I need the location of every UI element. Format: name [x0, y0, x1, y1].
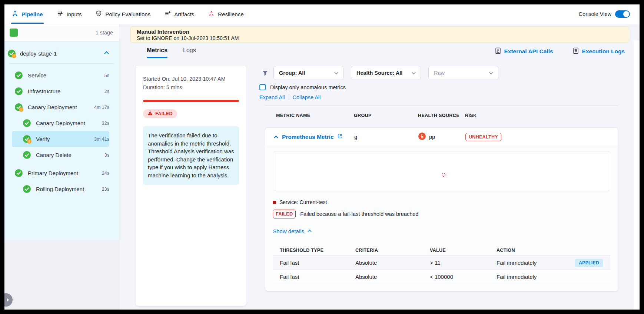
- chevron-down-icon: [489, 71, 494, 76]
- shield-check-icon: [96, 10, 102, 18]
- inputs-icon: [57, 10, 63, 18]
- table-row: Fail fast Absolute > 11 Fail immediately…: [273, 255, 610, 270]
- external-api-calls-link[interactable]: External API Calls: [495, 47, 553, 56]
- console-view-toggle[interactable]: [615, 10, 630, 18]
- chevron-down-icon: [334, 71, 339, 76]
- expand-collapse-row: Expand All Collapse All: [259, 94, 321, 100]
- raw-filter-dropdown[interactable]: Raw: [428, 66, 498, 80]
- sidebar-item-canary-deployment-step[interactable]: Canary Deployment 32s: [12, 115, 109, 131]
- top-navigation: Pipeline Inputs Policy Evaluations Artif…: [4, 4, 640, 24]
- expand-all-link[interactable]: Expand All: [259, 94, 285, 100]
- chart-legend: Service: Current-test: [273, 199, 610, 205]
- risk-badge-unhealthy: UNHEALTHY: [465, 133, 501, 141]
- health-source-filter-dropdown[interactable]: Health Source: All: [351, 66, 421, 80]
- nav-tab-label: Resilience: [218, 11, 243, 17]
- status-warning-icon: !: [23, 135, 31, 143]
- nav-tab-policy-evaluations[interactable]: Policy Evaluations: [95, 4, 151, 24]
- show-details-link[interactable]: Show details: [273, 228, 312, 234]
- status-success-icon: [23, 185, 31, 193]
- applied-badge: APPLIED: [575, 259, 603, 267]
- sidebar-item-rolling-deployment[interactable]: Rolling Deployment 23s: [12, 181, 109, 197]
- nav-tab-pipeline[interactable]: Pipeline: [11, 4, 44, 24]
- status-success-icon: [23, 151, 31, 159]
- metric-name-link[interactable]: Prometheus Metric: [282, 134, 334, 140]
- divider: [265, 106, 618, 106]
- stage-status-square[interactable]: [10, 29, 18, 37]
- chevron-up-icon: [104, 50, 109, 57]
- metric-group: g: [354, 134, 418, 140]
- nav-tab-label: Inputs: [67, 11, 82, 17]
- log-links: External API Calls Execution Logs: [495, 47, 625, 56]
- api-document-icon: [495, 47, 501, 56]
- execution-sidebar: 1 stage ! deploy-stage-1 Service 5s Infr…: [4, 24, 119, 310]
- sidebar-item-infrastructure[interactable]: Infrastructure 2s: [12, 83, 109, 99]
- nav-tab-artifacts[interactable]: Artifacts: [164, 4, 195, 24]
- nav-tab-inputs[interactable]: Inputs: [56, 4, 83, 24]
- sidebar-item-primary-deployment[interactable]: Primary Deployment 24s: [12, 165, 109, 181]
- pipeline-icon: [12, 10, 18, 18]
- collapse-all-link[interactable]: Collapse All: [293, 94, 321, 100]
- view-tabbar: Metrics Logs External API Calls Executio…: [147, 45, 625, 58]
- sidebar-item-verify[interactable]: ! Verify 3m 41s: [12, 131, 109, 147]
- metric-health-source: pp: [418, 133, 465, 141]
- metric-expanded-panel: Service: Current-test FAILED Failed beca…: [265, 146, 618, 291]
- tab-metrics[interactable]: Metrics: [147, 45, 167, 58]
- status-success-icon: [15, 87, 23, 95]
- col-group: GROUP: [354, 113, 418, 118]
- table-row: Fail fast Absolute < 100000 Fail immedia…: [273, 270, 610, 284]
- verification-message: The verification failed due to anomalies…: [143, 126, 239, 185]
- threshold-table: THRESHOLD TYPE CRITERIA VALUE ACTION Fai…: [273, 245, 610, 284]
- duration: Duration: 5 mins: [143, 84, 239, 90]
- metric-chart: [273, 151, 610, 190]
- divider: [10, 63, 114, 64]
- prometheus-icon: [418, 133, 426, 141]
- status-warning-icon: !: [8, 50, 16, 57]
- sidebar-item-canary-delete[interactable]: Canary Delete 3s: [12, 147, 109, 163]
- nav-tab-resilience[interactable]: Resilience: [208, 4, 244, 24]
- divider: [289, 94, 289, 100]
- external-link-icon[interactable]: [337, 134, 342, 140]
- right-gutter: [634, 40, 640, 310]
- nav-tab-label: Pipeline: [21, 11, 43, 17]
- sidebar-item-canary-deployment[interactable]: ! Canary Deployment 4m 17s: [12, 99, 109, 115]
- metric-row-prometheus: Prometheus Metric g pp UNHEALTHY: [265, 128, 618, 146]
- divider: [273, 284, 610, 284]
- failed-outline-badge: FAILED: [273, 210, 296, 218]
- metric-card: Prometheus Metric g pp UNHEALTHY Service…: [265, 127, 618, 291]
- toggle-knob: [623, 11, 629, 17]
- status-warning-icon: !: [15, 103, 23, 111]
- group-filter-dropdown[interactable]: Group: All: [273, 66, 343, 80]
- stage-list: ! deploy-stage-1 Service 5s Infrastructu…: [4, 41, 119, 240]
- anomalous-metrics-checkbox[interactable]: [259, 84, 266, 90]
- chevron-right-icon: [6, 298, 10, 302]
- tab-logs[interactable]: Logs: [183, 45, 196, 58]
- stage-count: 1 stage: [95, 30, 113, 36]
- stage-name: deploy-stage-1: [20, 50, 57, 57]
- console-view-label: Console View: [579, 11, 611, 17]
- started-on: Started On: Jul 10, 2023 10:47 AM: [143, 76, 239, 82]
- screenshot-frame: Pipeline Inputs Policy Evaluations Artif…: [0, 0, 644, 314]
- sidebar-item-service[interactable]: Service 5s: [12, 67, 109, 83]
- stage-row-deploy-stage-1[interactable]: ! deploy-stage-1: [8, 50, 109, 57]
- anomalous-metrics-label[interactable]: Display only anomalous metrics: [270, 84, 346, 90]
- main-content: Manual Intervention Set to IGNORE on 10-…: [119, 24, 640, 310]
- execution-logs-link[interactable]: Execution Logs: [572, 47, 625, 56]
- collapse-metric-chevron-up-icon[interactable]: [273, 134, 279, 140]
- status-success-icon: [23, 119, 31, 127]
- col-risk: RISK: [465, 113, 618, 118]
- nav-tabs: Pipeline Inputs Policy Evaluations Artif…: [11, 4, 245, 24]
- nav-tab-label: Artifacts: [174, 11, 194, 17]
- failed-status-pill: FAILED: [143, 109, 177, 118]
- col-health-source: HEALTH SOURCE: [418, 113, 465, 118]
- filters-row: Group: All Health Source: All Raw: [262, 66, 498, 80]
- col-metric-name: METRIC NAME: [276, 113, 354, 118]
- document-icon: [572, 47, 579, 56]
- threshold-table-header: THRESHOLD TYPE CRITERIA VALUE ACTION: [273, 245, 610, 255]
- status-success-icon: [15, 169, 23, 177]
- anomalous-filter-row: Display only anomalous metrics: [259, 84, 346, 90]
- filter-funnel-icon[interactable]: [262, 70, 268, 76]
- anomalous-data-point: [442, 173, 445, 177]
- manual-intervention-banner: Manual Intervention Set to IGNORE on 10-…: [130, 26, 629, 43]
- failure-reason-row: FAILED Failed because a fail-fast thresh…: [273, 210, 610, 218]
- sidebar-header: 1 stage: [4, 24, 119, 41]
